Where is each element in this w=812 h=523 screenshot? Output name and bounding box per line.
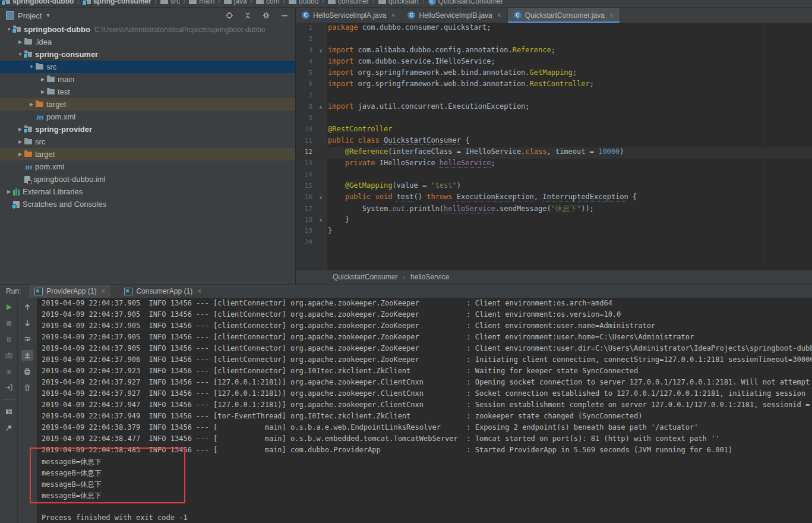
tree-item-spring-provider[interactable]: ▶spring-provider [0, 123, 295, 136]
code-line[interactable]: 7 [296, 91, 812, 102]
code-line[interactable]: 9 [296, 114, 812, 125]
code-text: import org.springframework.web.bind.anno… [327, 68, 577, 77]
tree-item-spring-consumer[interactable]: ▼spring-consumer [0, 48, 295, 61]
tree-item-src[interactable]: ▼src [0, 61, 295, 73]
tree-item-label: springboot-dubbo.iml [33, 175, 105, 184]
code-line[interactable]: 3∨import com.alibaba.dubbo.config.annota… [296, 46, 812, 57]
tree-item-external-libraries[interactable]: ▶External Libraries [0, 185, 295, 198]
down-icon[interactable] [21, 318, 33, 329]
expand-arrow[interactable]: ▶ [16, 39, 24, 45]
fold-marker[interactable]: ∨ [315, 48, 327, 53]
tree-item-test[interactable]: ▶test [0, 86, 295, 98]
tree-item-label: External Libraries [23, 187, 83, 196]
code-line[interactable]: 2 [296, 34, 812, 46]
exit-icon[interactable] [3, 382, 15, 393]
tree-item-scratches-and-consoles[interactable]: Scratches and Consoles [0, 198, 295, 210]
expand-arrow[interactable]: ▶ [27, 102, 36, 107]
folder-icon [47, 77, 55, 82]
fold-marker[interactable]: ∧ [315, 105, 327, 110]
breadcrumb-item[interactable]: main [189, 0, 214, 5]
collapse-all-icon[interactable] [243, 11, 252, 20]
tree-item-target[interactable]: ▶target [0, 148, 295, 160]
breadcrumb-item[interactable]: springboot-dubbo [2, 0, 74, 5]
code-line[interactable]: 20 [296, 238, 812, 249]
layout-icon[interactable] [3, 407, 15, 417]
breadcrumb-item[interactable]: CQuickstartConsumer [428, 0, 503, 5]
scroll-end-icon[interactable] [21, 350, 33, 361]
class-icon: C [514, 11, 522, 19]
console-output[interactable]: 2019-04-09 22:04:37.905 INFO 13456 --- [… [37, 298, 812, 523]
editor-tab[interactable]: CQuickstartConsumer.java× [508, 8, 620, 23]
stop-icon[interactable] [3, 318, 15, 329]
editor-breadcrumb-item[interactable]: QuickstartConsumer [333, 273, 397, 281]
editor-area: CHelloServiceImplA.java×CHelloServiceImp… [296, 8, 812, 284]
code-line[interactable]: 11public class QuickstartConsumer { [296, 136, 812, 147]
run-tab[interactable]: ProviderApp (1)× [29, 285, 110, 298]
thread-dump-icon[interactable] [3, 350, 15, 361]
code-line[interactable]: 4import com.dubbo.service.IHelloService; [296, 57, 812, 68]
expand-arrow[interactable]: ▶ [16, 152, 24, 157]
editor-tab[interactable]: CHelloServiceImplB.java× [402, 8, 507, 23]
close-icon[interactable]: × [197, 287, 201, 295]
code-line[interactable]: 10@RestController [296, 125, 812, 136]
pause-icon[interactable] [3, 334, 15, 345]
breadcrumb-item[interactable]: consumer [328, 0, 369, 5]
code-line[interactable]: 14 [296, 170, 812, 181]
code-line[interactable]: 13 private IHelloService helloService; [296, 159, 812, 170]
scratches-icon [13, 201, 20, 208]
hide-panel-icon[interactable] [280, 11, 289, 20]
run-tab[interactable]: ConsumerApp (1)× [119, 285, 207, 298]
editor-breadcrumb-item[interactable]: helloService [410, 273, 449, 281]
restart-debug-icon[interactable] [3, 366, 15, 377]
breadcrumb-item[interactable]: src [160, 0, 180, 5]
chevron-down-icon[interactable]: ▼ [45, 12, 50, 18]
breadcrumb-item[interactable]: java [224, 0, 247, 5]
tree-item-pom-xml[interactable]: mpom.xml [0, 111, 295, 123]
breadcrumb-item[interactable]: com [256, 0, 280, 5]
editor-tab[interactable]: CHelloServiceImplA.java× [296, 8, 402, 23]
code-line[interactable]: 16∨ public void test() throws ExecutionE… [296, 193, 812, 204]
expand-arrow[interactable]: ▶ [39, 89, 47, 94]
tree-item-springboot-dubbo[interactable]: ▼springboot-dubboC:\Users\Administrator\… [0, 23, 295, 36]
locate-icon[interactable] [225, 11, 234, 20]
clear-icon[interactable] [21, 382, 33, 393]
code-line[interactable]: 17 System.out.println(helloService.sendM… [296, 204, 812, 215]
breadcrumb-item[interactable]: spring-consumer [83, 0, 151, 5]
rerun-icon[interactable] [3, 302, 15, 313]
settings-icon[interactable] [261, 11, 271, 20]
breadcrumb-item[interactable]: dubbo [289, 0, 318, 5]
code-line[interactable]: 12 @Reference(interfaceClass = IHelloSer… [296, 147, 812, 159]
tree-item-src[interactable]: ▶src [0, 136, 295, 148]
tree-item--idea[interactable]: ▶.idea [0, 36, 295, 48]
tree-item-springboot-dubbo-iml[interactable]: springboot-dubbo.iml [0, 173, 295, 185]
expand-arrow[interactable]: ▶ [5, 189, 13, 194]
close-icon[interactable]: × [391, 11, 395, 20]
close-icon[interactable]: × [609, 11, 614, 20]
editor-tab-label: HelloServiceImplA.java [313, 11, 386, 20]
console-log-line: Process finished with exit code -1 [42, 513, 812, 523]
pin-icon[interactable] [3, 423, 15, 433]
code-line[interactable]: 19} [296, 226, 812, 238]
fold-marker[interactable]: ∨ [315, 195, 327, 200]
tree-item-main[interactable]: ▶main [0, 73, 295, 86]
close-icon[interactable]: × [497, 11, 501, 20]
tree-item-pom-xml[interactable]: mpom.xml [0, 160, 295, 173]
fold-marker[interactable]: ∧ [315, 218, 327, 223]
code-line[interactable]: 8∧import java.util.concurrent.ExecutionE… [296, 102, 812, 114]
close-icon[interactable]: × [101, 287, 105, 295]
soft-wrap-icon[interactable] [21, 334, 33, 345]
print-icon[interactable] [21, 366, 33, 377]
expand-arrow[interactable]: ▶ [39, 77, 47, 82]
breadcrumb-item[interactable]: quickstart [378, 0, 419, 5]
tree-item-target[interactable]: ▶target [0, 98, 295, 111]
code-line[interactable]: 5import org.springframework.web.bind.ann… [296, 68, 812, 80]
expand-arrow[interactable]: ▶ [16, 139, 24, 144]
code-editor[interactable]: 1package com.dubbo.consumer.quickstart;2… [296, 23, 812, 269]
expand-arrow[interactable]: ▼ [27, 64, 36, 70]
up-icon[interactable] [21, 302, 33, 313]
code-line[interactable]: 18∧ } [296, 215, 812, 226]
code-line[interactable]: 6import org.springframework.web.bind.ann… [296, 80, 812, 91]
code-line[interactable]: 1package com.dubbo.consumer.quickstart; [296, 23, 812, 34]
folder-icon [378, 0, 386, 4]
code-line[interactable]: 15 @GetMapping(value = "test") [296, 181, 812, 193]
